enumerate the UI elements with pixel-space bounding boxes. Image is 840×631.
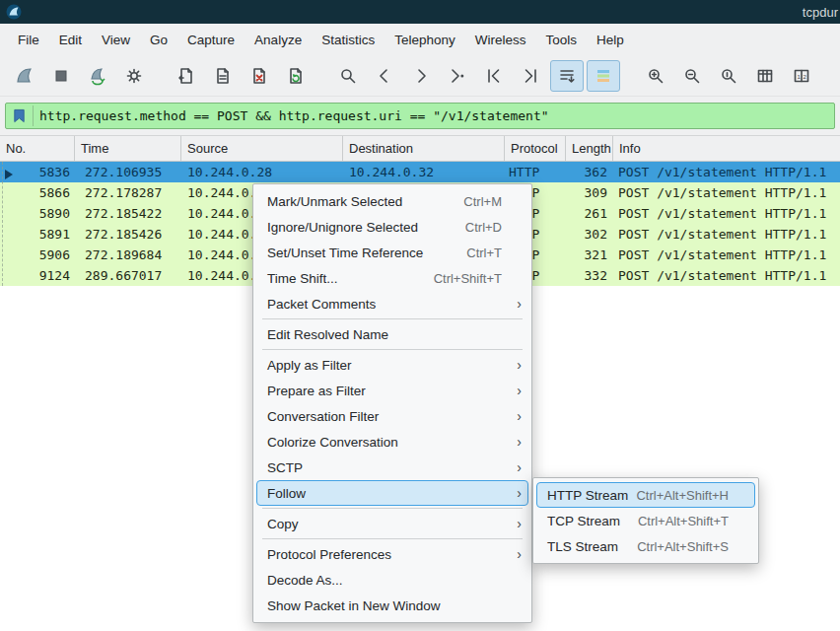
context-menu-item-ignore-unignore-selected[interactable]: Ignore/Unignore SelectedCtrl+D [256, 214, 528, 240]
submenu-arrow-icon: › [510, 547, 522, 561]
menu-item-label: Prepare as Filter [267, 384, 366, 398]
go-forward-button[interactable] [404, 60, 438, 92]
colorize-packets-icon [594, 66, 613, 86]
menu-help[interactable]: Help [587, 28, 634, 52]
column-header-time[interactable]: Time [75, 136, 181, 161]
menu-file[interactable]: File [8, 28, 49, 52]
context-menu-item-follow[interactable]: Follow› [256, 480, 528, 506]
context-menu-item-time-shift[interactable]: Time Shift...Ctrl+Shift+T [256, 265, 528, 291]
cell-length: 309 [566, 185, 613, 200]
column-header-info[interactable]: Info [613, 136, 840, 161]
context-menu-item-mark-unmark-selected[interactable]: Mark/Unmark SelectedCtrl+M [256, 188, 528, 214]
context-menu-item-set-unset-time-reference[interactable]: Set/Unset Time ReferenceCtrl+T [256, 240, 528, 265]
menu-separator [262, 508, 523, 509]
column-header-destination[interactable]: Destination [343, 136, 505, 161]
main-toolbar: 12 [0, 55, 840, 97]
menu-capture[interactable]: Capture [177, 28, 245, 52]
column-header-protocol[interactable]: Protocol [505, 136, 566, 161]
context-menu-item-protocol-preferences[interactable]: Protocol Preferences› [256, 541, 528, 567]
cell-info: POST /v1/statement HTTP/1.1 [613, 247, 840, 262]
menu-tools[interactable]: Tools [535, 28, 587, 52]
submenu-arrow-icon: › [510, 384, 522, 397]
column-header-length[interactable]: Length [566, 136, 613, 161]
menu-item-shortcut: Ctrl+Shift+T [434, 271, 510, 286]
cell-info: POST /v1/statement HTTP/1.1 [613, 206, 840, 221]
menu-separator [262, 538, 523, 539]
cell-destination: 10.244.0.32 [343, 165, 505, 179]
display-filter-field[interactable] [5, 103, 835, 129]
cell-no: 5836 [0, 165, 75, 179]
cell-length: 362 [566, 165, 613, 179]
menu-item-shortcut: Ctrl+D [465, 220, 510, 235]
find-packet-button[interactable] [331, 60, 365, 92]
context-menu-item-conversation-filter[interactable]: Conversation Filter› [256, 403, 528, 429]
stop-capture-icon [51, 66, 71, 86]
context-menu-item-packet-comments[interactable]: Packet Comments› [256, 291, 528, 316]
zoom-out-button[interactable] [675, 60, 709, 92]
colorize-packets-button[interactable] [587, 60, 620, 92]
zoom-in-button[interactable] [639, 60, 672, 92]
column-header-source[interactable]: Source [181, 136, 343, 161]
follow-submenu-item-http-stream[interactable]: HTTP StreamCtrl+Alt+Shift+H [536, 482, 755, 508]
zoom-reset-button[interactable] [712, 60, 745, 92]
menu-edit[interactable]: Edit [49, 28, 92, 52]
packet-list-header: No.TimeSourceDestinationProtocolLengthIn… [0, 136, 840, 162]
context-menu-item-show-packet-in-new-window[interactable]: Show Packet in New Window [256, 593, 528, 618]
stop-capture-button[interactable] [44, 60, 78, 92]
cell-source: 10.244.0.28 [181, 165, 343, 179]
menu-analyze[interactable]: Analyze [245, 28, 312, 52]
packet-row-5836[interactable]: 5836272.10693510.244.0.2810.244.0.32HTTP… [0, 162, 840, 182]
column-display-icon: 12 [792, 66, 811, 86]
cell-time: 272.106935 [75, 165, 181, 179]
display-filter-input[interactable] [39, 108, 828, 123]
follow-submenu: HTTP StreamCtrl+Alt+Shift+HTCP StreamCtr… [532, 477, 759, 564]
context-menu-item-copy[interactable]: Copy› [256, 511, 528, 536]
capture-options-button[interactable] [117, 60, 151, 92]
first-packet-button[interactable] [477, 60, 511, 92]
close-file-button[interactable] [243, 60, 276, 92]
restart-capture-button[interactable] [81, 60, 114, 92]
context-menu-item-edit-resolved-name[interactable]: Edit Resolved Name [256, 321, 528, 347]
auto-scroll-button[interactable] [550, 60, 584, 92]
filter-bookmark-icon[interactable] [12, 105, 34, 126]
context-menu-item-decode-as[interactable]: Decode As... [256, 567, 528, 593]
column-display-button[interactable]: 12 [785, 60, 818, 92]
go-to-packet-button[interactable] [441, 60, 474, 92]
menu-wireless[interactable]: Wireless [465, 28, 536, 52]
cell-time: 272.189684 [75, 247, 181, 262]
go-back-button[interactable] [368, 60, 401, 92]
zoom-in-icon [646, 66, 665, 86]
column-header-no[interactable]: No. [0, 136, 75, 161]
menu-item-label: Time Shift... [267, 271, 338, 286]
reload-file-icon [286, 66, 306, 86]
menu-go[interactable]: Go [140, 28, 177, 52]
cell-length: 332 [566, 268, 613, 283]
open-file-button[interactable] [170, 60, 203, 92]
menu-statistics[interactable]: Statistics [312, 28, 385, 52]
resize-columns-button[interactable] [748, 60, 782, 92]
context-menu-item-apply-as-filter[interactable]: Apply as Filter› [256, 352, 528, 378]
menu-view[interactable]: View [92, 28, 140, 52]
cell-no: 9124 [0, 268, 75, 283]
follow-submenu-item-tcp-stream[interactable]: TCP StreamCtrl+Alt+Shift+T [536, 508, 755, 533]
submenu-arrow-icon: › [510, 460, 522, 474]
cell-time: 272.185422 [75, 206, 181, 221]
start-capture-button[interactable] [8, 60, 41, 92]
save-file-button[interactable] [206, 60, 240, 92]
context-menu-item-colorize-conversation[interactable]: Colorize Conversation› [256, 429, 528, 455]
menu-telephony[interactable]: Telephony [385, 28, 465, 52]
context-menu-item-sctp[interactable]: SCTP› [256, 455, 528, 480]
wireshark-logo-icon [6, 4, 22, 20]
menu-item-shortcut: Ctrl+Alt+Shift+S [637, 539, 736, 554]
save-file-icon [213, 66, 233, 86]
cell-no: 5891 [0, 227, 75, 242]
reload-file-button[interactable] [279, 60, 313, 92]
last-packet-button[interactable] [514, 60, 547, 92]
cell-no: 5890 [0, 206, 75, 221]
menu-item-label: HTTP Stream [547, 488, 628, 503]
svg-text:2: 2 [804, 73, 807, 79]
close-file-icon [249, 66, 269, 86]
context-menu-item-prepare-as-filter[interactable]: Prepare as Filter› [256, 378, 528, 403]
follow-submenu-item-tls-stream[interactable]: TLS StreamCtrl+Alt+Shift+S [536, 533, 755, 559]
cell-length: 321 [566, 247, 613, 262]
